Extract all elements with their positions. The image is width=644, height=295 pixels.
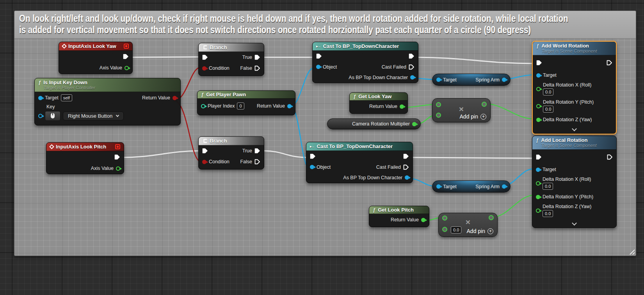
pin-label-target: Target [543,167,556,172]
delta-y-pin[interactable] [536,104,541,108]
condition-pin[interactable] [202,66,206,71]
target-pin[interactable] [436,184,441,189]
delta-x-pin[interactable] [536,181,540,185]
as-character-pin[interactable] [410,75,415,79]
object-pin[interactable] [316,65,320,69]
node-get-spring-arm-top[interactable]: Target Spring Arm [432,74,511,86]
false-exec-pin[interactable] [254,65,260,71]
return-value-pin[interactable] [400,104,404,109]
pin-label-delta-x: Delta Rotation X (Roll) [543,82,591,88]
exec-out-pin[interactable] [403,154,409,159]
player-index-field[interactable]: 0 [237,102,244,110]
exec-in-pin[interactable] [536,60,542,65]
multiply-input-b-pin[interactable] [442,227,447,232]
key-pin[interactable] [38,114,43,118]
node-cast-to-bp-topdowncharacter-top[interactable]: ▸→ Cast To BP_TopDownCharacter Object Ca… [312,42,418,83]
delta-x-field[interactable]: 0.0 [543,88,553,95]
comment-title-bar[interactable]: On look right/left and look up/down, che… [14,11,636,39]
delta-x-field[interactable]: 0.0 [543,183,553,190]
value-pin[interactable] [412,122,416,126]
return-value-pin[interactable] [287,104,292,108]
delta-z-pin[interactable] [536,208,540,213]
pin-label-return-value: Return Value [257,103,285,109]
exec-in-pin[interactable] [310,154,316,159]
target-pin[interactable] [38,96,43,100]
node-multiply-top[interactable]: × Add pin [432,98,491,122]
add-pin-button[interactable]: Add pin [460,113,486,120]
node-get-look-pitch[interactable]: ƒ Get Look Pitch Return Value [369,206,429,227]
pin-label-delta-z: Delta Rotation Z (Yaw) [543,204,592,209]
exec-in-pin[interactable] [536,154,542,160]
node-is-input-key-down[interactable]: ƒ Is Input Key Down Target is Player Con… [34,78,181,125]
multiply-input-a-pin[interactable] [436,102,441,107]
delta-y-pin[interactable] [536,195,540,199]
node-get-spring-arm-bottom[interactable]: Target Spring Arm [432,180,511,193]
node-inputaxis-look-yaw[interactable]: InputAxis Look Yaw Axis Value [59,42,133,74]
pin-label-return-value: Return Value [391,217,419,223]
axis-value-pin[interactable] [116,166,120,171]
target-pin[interactable] [436,78,441,82]
key-selected-value: Right Mouse Button [68,113,112,119]
target-value-field[interactable]: self [61,94,72,101]
multiply-input-b-pin[interactable] [436,113,441,118]
multiply-output-pin[interactable] [482,102,487,107]
true-exec-pin[interactable] [254,148,260,154]
delta-z-pin[interactable] [536,118,541,122]
player-index-pin[interactable] [201,104,205,108]
exec-in-pin[interactable] [316,53,322,59]
delta-x-pin[interactable] [536,87,541,91]
expand-node-chevron-icon[interactable] [572,221,577,226]
function-icon: ƒ [38,79,41,85]
key-icon-button[interactable] [45,111,60,121]
node-get-look-yaw[interactable]: ƒ Get Look Yaw Return Value [349,92,408,114]
node-multiply-bottom[interactable]: 0.0 × Add pin [438,213,498,237]
key-select-dropdown[interactable]: Right Mouse Button [63,111,124,120]
exec-out-pin[interactable] [607,154,613,160]
exec-out-pin[interactable] [409,53,415,59]
cast-failed-exec-pin[interactable] [403,164,409,170]
false-exec-pin[interactable] [254,159,260,164]
exec-in-pin[interactable] [202,148,208,154]
exec-in-pin[interactable] [202,55,208,60]
exec-out-pin[interactable] [114,154,120,160]
axis-value-pin[interactable] [125,66,129,70]
return-value-pin[interactable] [421,218,425,222]
target-pin[interactable] [536,73,541,78]
return-value-pin[interactable] [173,96,177,100]
expand-node-chevron-icon[interactable] [572,126,577,131]
node-branch-top[interactable]: Branch True Condition False [198,43,264,76]
multiply-output-pin[interactable] [489,215,494,220]
pin-label-spring-arm: Spring Arm [475,77,500,83]
pin-label-target: Target [543,72,557,78]
node-get-camera-rotation-multiplier[interactable]: Camera Rotation Multiplier [327,118,421,129]
as-character-pin[interactable] [405,175,409,180]
add-pin-button[interactable]: Add pin [467,228,493,234]
node-get-player-pawn[interactable]: ƒ Get Player Pawn Player Index 0 Return … [197,90,295,115]
pin-label-key: Key [46,104,55,110]
pin-label-axis-value: Axis Value [91,166,114,171]
node-title: Add World Rotation [541,43,589,49]
spring-arm-pin[interactable] [502,184,506,189]
node-branch-bottom[interactable]: Branch True Condition False [198,136,264,170]
exec-out-pin[interactable] [607,60,612,65]
multiply-b-value-field[interactable]: 0.0 [451,226,461,233]
delta-y-field[interactable]: 0.0 [543,106,553,113]
condition-pin[interactable] [202,160,206,164]
node-add-world-rotation[interactable]: ƒ Add World Rotation Target is Scene Com… [532,41,617,134]
comment-resize-handle[interactable] [628,248,635,254]
node-add-local-rotation[interactable]: ƒ Add Local Rotation Target is Scene Com… [532,136,617,228]
object-pin[interactable] [310,165,314,169]
cast-failed-exec-pin[interactable] [409,64,415,70]
true-exec-pin[interactable] [254,55,260,60]
node-cast-to-bp-topdowncharacter-bottom[interactable]: ▸→ Cast To BP_TopDownCharacter Object Ca… [306,142,413,183]
pin-label-true: True [242,148,252,154]
delta-z-field[interactable]: 0.0 [543,210,553,217]
target-pin[interactable] [536,168,540,172]
node-inputaxis-look-pitch[interactable]: InputAxis Look Pitch Axis Value [46,142,124,174]
exec-out-pin[interactable] [123,54,129,59]
spring-arm-pin[interactable] [502,78,506,82]
multiply-input-a-pin[interactable] [442,216,447,221]
input-event-diamond-icon [62,44,67,49]
node-subtitle: Target is Player Controller [43,85,95,90]
blueprint-graph-canvas[interactable]: On look right/left and look up/down, che… [0,0,644,295]
